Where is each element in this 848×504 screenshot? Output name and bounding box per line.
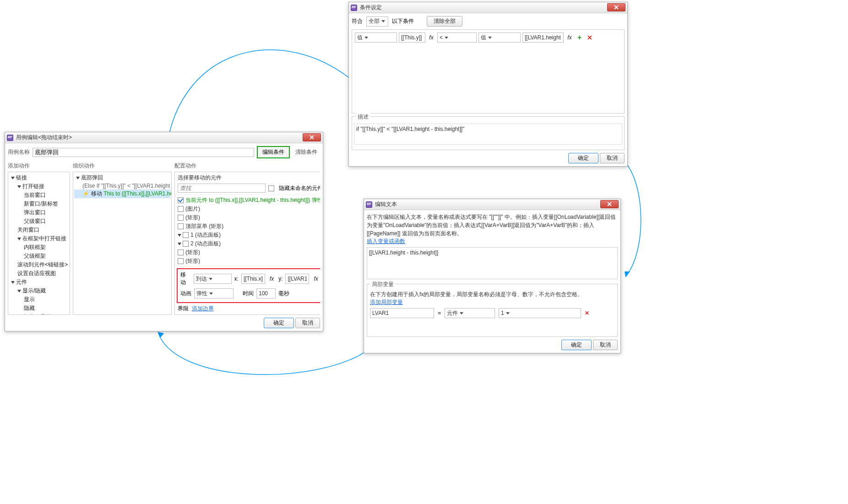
- y-input[interactable]: [285, 274, 309, 284]
- cond-operator-dropdown[interactable]: <: [437, 33, 477, 43]
- description-panel: 描述 if "[[This.y]]" < "[[LVAR1.height - t…: [352, 116, 625, 150]
- lv-type-dropdown[interactable]: 元件: [445, 308, 495, 318]
- bounds-label: 界限: [178, 305, 189, 312]
- delete-lv-icon[interactable]: ✕: [585, 310, 589, 316]
- add-bounds-link[interactable]: 添加边界: [192, 305, 214, 312]
- tree-item[interactable]: 链接: [9, 173, 69, 182]
- tree-item[interactable]: 在框架中打开链接: [9, 234, 69, 243]
- fx-button[interactable]: fx: [427, 33, 435, 43]
- list-item[interactable]: 2 (动态面板): [177, 239, 320, 248]
- cancel-button[interactable]: 取消: [593, 340, 618, 350]
- fx-button[interactable]: fx: [268, 274, 276, 284]
- list-item[interactable]: 顶部菜单 (矩形): [177, 222, 320, 231]
- add-local-variable-link[interactable]: 添加局部变量: [370, 299, 403, 305]
- titlebar[interactable]: 条件设定: [349, 2, 627, 13]
- list-item[interactable]: (矩形): [177, 257, 320, 266]
- list-item[interactable]: (矩形): [177, 248, 320, 257]
- widget-checkbox[interactable]: [183, 232, 189, 238]
- widget-checkbox[interactable]: [178, 249, 184, 255]
- tree-item[interactable]: 父级窗口: [9, 217, 69, 226]
- hide-unnamed-checkbox[interactable]: [268, 185, 274, 191]
- close-button[interactable]: [607, 3, 625, 11]
- tree-item[interactable]: 父级框架: [9, 252, 69, 260]
- tree-item[interactable]: 显示/隐藏: [9, 287, 69, 295]
- app-icon: [351, 5, 357, 11]
- condition-list: 值 fx < 值 fx + ✕: [352, 29, 625, 114]
- cancel-button[interactable]: 取消: [295, 318, 320, 328]
- hide-unnamed-label: 隐藏未命名的元件: [279, 184, 320, 192]
- titlebar[interactable]: 编辑文本: [364, 199, 620, 210]
- tree-item[interactable]: 关闭窗口: [9, 226, 69, 234]
- tree-item[interactable]: 当前窗口: [9, 191, 69, 200]
- case-node[interactable]: 底部弹回: [74, 173, 170, 182]
- move-config-panel: 移动 到达 x: fx y: fx 动画 弹性 时间: [177, 268, 320, 303]
- lv-target-dropdown[interactable]: 1: [499, 308, 581, 318]
- close-button[interactable]: [600, 200, 619, 208]
- expression-textarea[interactable]: [[LVAR1.height - this.height]]: [367, 247, 618, 279]
- condition-builder-dialog: 条件设定 符合 全部 以下条件 清除全部 值 fx < 值 fx + ✕ 描述: [348, 2, 628, 167]
- action-tree[interactable]: 链接 打开链接 当前窗口 新窗口/新标签 弹出窗口 父级窗口 关闭窗口 在框架中…: [8, 172, 70, 315]
- edit-condition-button[interactable]: 编辑条件: [257, 146, 290, 158]
- cancel-button[interactable]: 取消: [600, 153, 625, 163]
- x-input[interactable]: [241, 274, 265, 284]
- widget-checkbox[interactable]: [178, 258, 184, 264]
- cond-field2-dropdown[interactable]: 值: [478, 33, 521, 43]
- equals-label: =: [438, 310, 441, 316]
- case-tree[interactable]: 底部弹回 (Else If "[[This.y]]" < "[[LVAR1.he…: [73, 172, 172, 315]
- tree-item[interactable]: 内联框架: [9, 243, 69, 252]
- tree-item[interactable]: 打开链接: [9, 182, 69, 191]
- time-input[interactable]: [256, 288, 276, 298]
- description-label: 描述: [356, 113, 370, 121]
- list-item[interactable]: (矩形): [177, 213, 320, 222]
- clear-all-button[interactable]: 清除全部: [427, 16, 462, 27]
- widget-checkbox[interactable]: [178, 215, 184, 221]
- app-icon: [366, 201, 372, 208]
- add-action-header: 添加动作: [8, 162, 70, 170]
- close-button[interactable]: [303, 133, 321, 141]
- tree-item[interactable]: 滚动到元件<锚链接>: [9, 260, 69, 269]
- clear-condition-button[interactable]: 清除条件: [293, 147, 320, 157]
- chevron-down-icon: [209, 293, 213, 295]
- tree-item[interactable]: 隐藏: [9, 304, 69, 313]
- tree-item[interactable]: 新窗口/新标签: [9, 200, 69, 208]
- action-node-selected[interactable]: ⚡移动 This to ([[This.x]],[[LVAR1.height -…: [74, 190, 170, 198]
- list-item[interactable]: 当前元件 to ([[This.x]],[[LVAR1.height - thi…: [177, 196, 320, 205]
- add-condition-icon[interactable]: +: [576, 33, 583, 42]
- case-name-input[interactable]: [33, 148, 254, 157]
- widget-checkbox[interactable]: [183, 241, 189, 247]
- titlebar[interactable]: 用例编辑<拖动结束时>: [5, 132, 323, 143]
- fx-button[interactable]: fx: [565, 33, 574, 43]
- ok-button[interactable]: 确定: [568, 153, 598, 163]
- widget-checkbox[interactable]: [178, 206, 184, 212]
- condition-row: 值 fx < 值 fx + ✕: [355, 33, 621, 43]
- anim-type-dropdown[interactable]: 弹性: [194, 288, 234, 298]
- cond-value1-input[interactable]: [399, 33, 425, 43]
- widget-checkbox[interactable]: [178, 197, 184, 203]
- app-icon: [7, 135, 13, 141]
- tree-item[interactable]: 显示: [9, 295, 69, 304]
- match-dropdown[interactable]: 全部: [366, 16, 388, 27]
- tree-item[interactable]: 元件: [9, 278, 69, 287]
- tree-item[interactable]: 设置自适应视图: [9, 269, 69, 278]
- list-item[interactable]: (矩形): [177, 266, 320, 266]
- move-type-dropdown[interactable]: 到达: [194, 274, 232, 284]
- tree-item[interactable]: 弹出窗口: [9, 208, 69, 217]
- fx-button[interactable]: fx: [312, 274, 320, 284]
- delete-condition-icon[interactable]: ✕: [585, 34, 594, 41]
- lv-name-input[interactable]: [370, 308, 434, 318]
- anim-label: 动画: [180, 290, 191, 298]
- ok-button[interactable]: 确定: [561, 340, 592, 350]
- chevron-down-icon: [506, 312, 510, 314]
- widget-search-input[interactable]: [178, 184, 266, 193]
- insert-variable-link[interactable]: 插入变量或函数: [367, 238, 405, 244]
- cond-value2-input[interactable]: [522, 33, 564, 43]
- list-item[interactable]: 1 (动态面板): [177, 231, 320, 239]
- case-name-label: 用例名称: [8, 148, 30, 156]
- x-label: x:: [234, 276, 239, 282]
- widget-checkbox[interactable]: [178, 223, 184, 229]
- description-text[interactable]: if "[[This.y]]" < "[[LVAR1.height - this…: [354, 124, 622, 145]
- cond-field1-dropdown[interactable]: 值: [355, 33, 397, 43]
- list-item[interactable]: (图片): [177, 205, 320, 213]
- ok-button[interactable]: 确定: [264, 318, 294, 328]
- widget-list[interactable]: 当前元件 to ([[This.x]],[[LVAR1.height - thi…: [175, 195, 320, 266]
